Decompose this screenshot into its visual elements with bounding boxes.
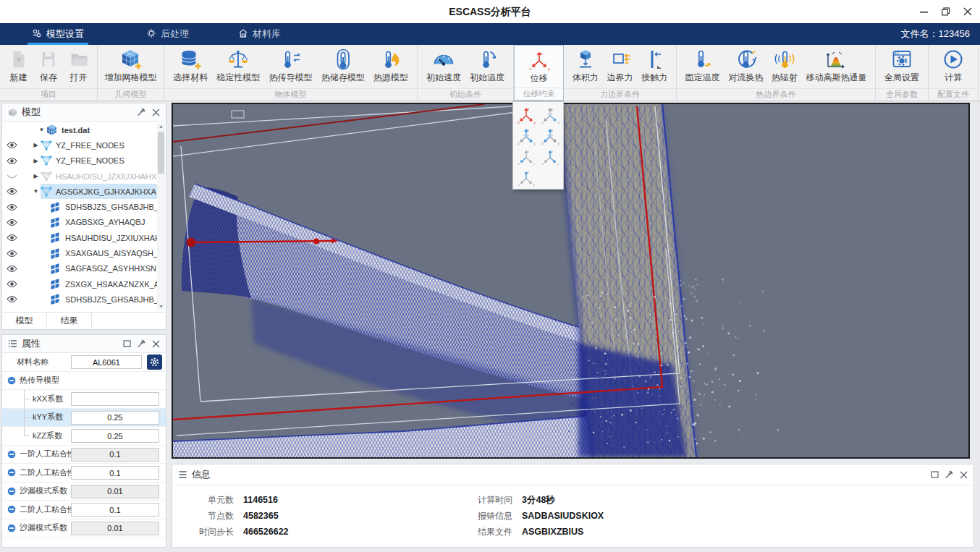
property-input[interactable] xyxy=(71,392,159,406)
property-row: kYY系数 xyxy=(2,409,166,428)
ribbon-button-contact-force[interactable]: 接触力 xyxy=(641,48,667,84)
tree-item[interactable]: ▶YZ_FREE_NODES xyxy=(2,137,157,153)
ribbon-button-new-file[interactable]: 新建 xyxy=(7,48,30,84)
tree-item[interactable]: ▼AGSGKJKG_GJHXAJKHXA xyxy=(2,184,157,199)
material-settings-button[interactable] xyxy=(147,354,162,370)
restore-button[interactable] xyxy=(941,7,951,17)
eye-visible-icon[interactable] xyxy=(2,265,21,273)
viewport-3d[interactable] xyxy=(172,103,970,459)
expand-icon[interactable]: ▶ xyxy=(31,142,41,148)
panel-tab-2[interactable]: 结果 xyxy=(47,313,92,329)
collapse-icon[interactable] xyxy=(7,376,16,385)
ribbon-button-body-force[interactable]: 体积力 xyxy=(573,48,599,84)
tree-item[interactable]: HSAUHDISU_JZXIUXHAHX xyxy=(2,230,157,245)
material-name-input[interactable] xyxy=(71,355,142,369)
ribbon-button-convection-heat[interactable]: 对流换热 xyxy=(728,48,763,84)
dropdown-item-triad-red[interactable]: zxy xyxy=(515,104,538,125)
collapse-icon[interactable] xyxy=(7,468,16,477)
ribbon-button-initial-velocity[interactable]: 初始速度 xyxy=(426,48,461,84)
pin-icon[interactable] xyxy=(136,107,146,117)
collapse-icon[interactable] xyxy=(7,524,16,532)
ribbon-button-heat-storage-model[interactable]: 热储存模型 xyxy=(321,48,365,84)
close-icon[interactable] xyxy=(958,470,968,480)
scroll-up-icon[interactable]: ▲ xyxy=(157,123,165,130)
ribbon-button-global-settings[interactable]: 全局设置 xyxy=(884,48,919,84)
ribbon-button-heat-source-model[interactable]: 热源模型 xyxy=(373,48,408,84)
menu-tab-2[interactable]: 后处理 xyxy=(139,23,196,45)
dropdown-item-triad-blue-z[interactable]: zxy xyxy=(515,167,538,188)
tree-item[interactable]: SDHSBJZS_GHSABJHB_ZAHU xyxy=(2,292,157,307)
pin-icon[interactable] xyxy=(944,470,954,480)
ribbon-button-select-material[interactable]: 选择材料 xyxy=(173,48,208,84)
expand-icon[interactable]: ▶ xyxy=(31,158,41,164)
tree-item[interactable]: XSAXGAUS_AISYAQSH_ASHX xyxy=(2,245,157,260)
property-input[interactable] xyxy=(71,485,159,498)
ribbon-button-add-mesh-model[interactable]: 增加网格模型 xyxy=(105,48,157,84)
close-icon[interactable] xyxy=(151,107,161,117)
ribbon-button-heat-conduction-model[interactable]: 热传导模型 xyxy=(269,48,312,84)
dropdown-item-triad-gray-blue[interactable]: zxy xyxy=(538,104,562,125)
panel-tab-1[interactable]: 模型 xyxy=(2,313,47,329)
ribbon-button-displacement-triad[interactable]: zxy位移 xyxy=(528,48,551,85)
tree-item[interactable]: ZSXGX_HSAKAZNZXK_AHASX xyxy=(2,276,157,292)
collapse-icon[interactable] xyxy=(7,487,16,496)
eye-visible-icon[interactable] xyxy=(2,295,21,303)
tree-item[interactable]: ▼test.dat xyxy=(2,122,157,137)
property-input[interactable] xyxy=(71,503,159,517)
dropdown-item-triad-blue[interactable]: zxy xyxy=(538,146,562,167)
maximize-panel-icon[interactable] xyxy=(929,470,939,480)
eye-visible-icon[interactable] xyxy=(2,234,21,242)
dropdown-item-triad-blue-filled2[interactable]: zxy xyxy=(538,125,562,146)
ribbon-group-label: 物体模型 xyxy=(164,88,417,101)
menu-tab-1[interactable]: 模型设置 xyxy=(25,23,91,45)
tree-item[interactable]: SDHSBJZS_GHSABJHB_ZAHU xyxy=(2,199,157,214)
convection-heat-icon xyxy=(734,48,757,71)
dropdown-item-triad-blue-filled[interactable]: zxy xyxy=(515,125,538,146)
tree-item[interactable]: ▶YZ_FREE_NODES xyxy=(2,153,157,169)
eye-hidden-icon[interactable] xyxy=(2,172,21,180)
collapse-icon[interactable] xyxy=(7,505,16,514)
ribbon-button-initial-temperature[interactable]: 初始温度 xyxy=(470,48,504,84)
ribbon-group-label: 热边界条件 xyxy=(677,88,875,101)
close-button[interactable] xyxy=(963,7,973,17)
minimize-button[interactable] xyxy=(919,7,929,17)
ribbon-button-fixed-temperature[interactable]: 固定温度 xyxy=(685,48,720,84)
tree-item[interactable]: ▶HSAUHDISU_JZXIUXHAHX xyxy=(2,169,157,184)
menu-tab-3[interactable]: 材料库 xyxy=(231,23,288,45)
ribbon-button-thermal-radiation[interactable]: 热辐射 xyxy=(772,48,798,84)
dropdown-item-triad-gray[interactable]: zxy xyxy=(515,146,538,167)
eye-visible-icon[interactable] xyxy=(2,141,21,149)
eye-visible-icon[interactable] xyxy=(2,187,21,195)
eye-visible-icon[interactable] xyxy=(2,250,21,258)
property-input[interactable] xyxy=(71,411,159,425)
ribbon-button-boundary-force[interactable]: 边界力 xyxy=(607,48,633,84)
property-input[interactable] xyxy=(71,448,159,462)
tree-scrollbar[interactable]: ▲ ▼ xyxy=(157,123,165,310)
svg-text:x: x xyxy=(518,183,520,187)
eye-visible-icon[interactable] xyxy=(2,218,21,226)
expand-icon[interactable]: ▶ xyxy=(31,173,41,179)
eye-visible-icon[interactable] xyxy=(2,280,21,288)
scroll-down-icon[interactable]: ▼ xyxy=(157,303,165,310)
expand-icon[interactable]: ▼ xyxy=(31,188,41,195)
ribbon-button-moving-gaussian-flux[interactable]: 移动高斯热通量 xyxy=(806,48,866,84)
tree-item[interactable]: XAGBSXG_AYHAQBJ xyxy=(2,215,157,230)
ribbon-group-7: 全局设置全局参数 xyxy=(876,45,929,101)
eye-visible-icon[interactable] xyxy=(2,203,21,211)
property-input[interactable] xyxy=(71,466,159,480)
ribbon-button-save-file[interactable]: 保存 xyxy=(37,48,60,84)
ribbon-button-compute[interactable]: 计算 xyxy=(942,48,965,84)
property-row: 沙漏模式系数 xyxy=(2,483,166,501)
expand-icon[interactable]: ▼ xyxy=(37,127,46,133)
property-input[interactable] xyxy=(71,429,159,443)
ribbon-button-stability-model[interactable]: 稳定性模型 xyxy=(216,48,260,84)
pin-icon[interactable] xyxy=(136,339,146,349)
property-input[interactable] xyxy=(71,522,159,535)
tree-item[interactable]: SAGFASGZ_ASYHHXSN xyxy=(2,261,157,276)
trimesh-icon xyxy=(41,140,53,150)
maximize-panel-icon[interactable] xyxy=(122,339,132,349)
eye-visible-icon[interactable] xyxy=(2,157,21,165)
ribbon-button-open-file[interactable]: 打开 xyxy=(67,48,90,84)
close-icon[interactable] xyxy=(151,339,161,349)
collapse-icon[interactable] xyxy=(7,450,16,459)
